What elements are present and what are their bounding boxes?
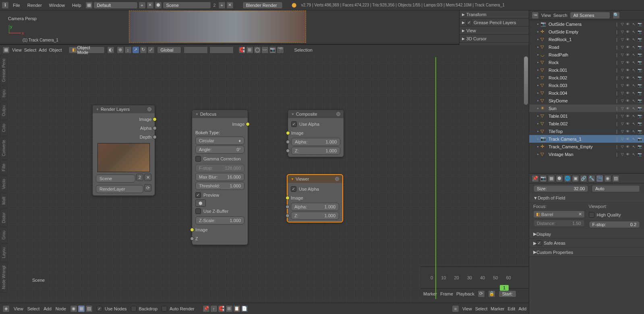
cursor-icon[interactable]: ↖: [631, 90, 636, 96]
hq-check[interactable]: High Quality: [589, 210, 640, 219]
eye-icon[interactable]: 👁: [625, 29, 630, 34]
outliner-item[interactable]: ▸📷Track Camera_1|▽👁↖📷: [529, 135, 644, 143]
outliner-search[interactable]: Search: [553, 13, 567, 18]
editor-type-3d-icon[interactable]: ▦: [2, 46, 10, 54]
render-icon[interactable]: 📷: [637, 106, 642, 111]
outliner-item[interactable]: ▸📷OutSide Camera|▽👁↖📷: [529, 20, 644, 28]
render-icon[interactable]: 📷: [637, 75, 642, 80]
cursor-icon[interactable]: ↖: [631, 29, 636, 34]
vert-tab[interactable]: Grou: [0, 227, 8, 243]
outliner-item[interactable]: ▸▽Rock.002|▽👁↖📷: [529, 74, 644, 81]
object-tab-icon[interactable]: ▣: [572, 175, 579, 182]
render-icon[interactable]: 📷: [637, 129, 642, 134]
cursor-icon[interactable]: ↖: [631, 75, 636, 80]
outliner-item[interactable]: ▸▽Table.002|▽👁↖📷: [529, 120, 644, 127]
nf-add[interactable]: Add: [43, 306, 52, 311]
layers-tab-icon[interactable]: ▦: [548, 175, 555, 182]
editor-type-node-icon[interactable]: ◈: [2, 305, 10, 312]
layer-field[interactable]: RenderLayer: [96, 185, 143, 193]
pivot-icon[interactable]: ⊕: [117, 46, 124, 54]
vh-add[interactable]: Add: [39, 48, 47, 52]
scene-icon[interactable]: ⬢: [155, 2, 162, 9]
add-scene-icon[interactable]: +: [218, 2, 226, 9]
orientation-dropdown[interactable]: Global: [157, 46, 181, 54]
preview-dot-icon[interactable]: [335, 177, 339, 181]
snap-type-icon[interactable]: ⊞: [226, 305, 233, 312]
material-tab-icon[interactable]: ◉: [604, 175, 611, 182]
eye-icon[interactable]: 👁: [625, 83, 630, 88]
tb-edit[interactable]: Edit: [507, 306, 515, 311]
modifiers-tab-icon[interactable]: 🔧: [588, 175, 595, 182]
node-defocus[interactable]: ▼Defocus Image Bokeh Type: Circular♦ Ang…: [192, 110, 248, 245]
render-icon[interactable]: 📷: [637, 29, 642, 34]
socket-in[interactable]: [286, 214, 290, 218]
preview-check[interactable]: Preview: [195, 191, 244, 200]
eye-icon[interactable]: 👁: [625, 113, 630, 119]
outliner-editor-icon[interactable]: ≔: [532, 12, 539, 19]
snap-icon[interactable]: 🧲: [218, 305, 225, 312]
dopesheet-icon[interactable]: ≡: [452, 305, 459, 312]
cursor-icon[interactable]: ↖: [631, 83, 636, 88]
layout-icon[interactable]: ▦: [85, 2, 93, 9]
delete-layout-icon[interactable]: ✕: [147, 2, 154, 9]
cursor-icon[interactable]: ↖: [631, 37, 636, 42]
node-editor[interactable]: Grease PencInpuOutpuColoConverteFilteVec…: [0, 55, 529, 303]
eye-icon[interactable]: 👁: [625, 121, 630, 126]
search-icon[interactable]: 🔍: [613, 12, 620, 19]
render-icon[interactable]: 📷: [637, 83, 642, 88]
scene-tab-icon[interactable]: ⬢: [556, 175, 563, 182]
z-field[interactable]: Z:1.000: [291, 147, 340, 155]
cursor-icon[interactable]: ↖: [631, 21, 636, 27]
eye-icon[interactable]: 👁: [625, 75, 630, 80]
outliner-item[interactable]: ▸▽Rock.003|▽👁↖📷: [529, 81, 644, 89]
cursor-icon[interactable]: ↖: [631, 60, 636, 65]
socket-in[interactable]: [286, 140, 290, 144]
movie-icon[interactable]: 🎬: [277, 46, 284, 54]
scene-dropdown[interactable]: Scene: [163, 2, 211, 9]
nf-select[interactable]: Select: [27, 306, 40, 311]
menu-help[interactable]: Help: [69, 1, 85, 9]
shader-tree-icon[interactable]: ◉: [70, 305, 77, 312]
eye-icon[interactable]: 👁: [625, 52, 630, 57]
outliner-item[interactable]: ▸☀Sun|▽👁↖📷: [529, 104, 644, 112]
vert-tab[interactable]: Inpu: [0, 86, 8, 101]
tl-frame[interactable]: Frame: [440, 291, 453, 296]
socket-out[interactable]: [153, 117, 157, 121]
view-panel-header[interactable]: ▶View: [460, 27, 529, 35]
preview-dot-icon[interactable]: [336, 112, 340, 116]
angle-field[interactable]: Angle:0°: [195, 146, 244, 154]
tb-marker[interactable]: Marker: [491, 306, 504, 311]
constraints-tab-icon[interactable]: 🔗: [580, 175, 587, 182]
vert-tab[interactable]: Filte: [0, 160, 8, 175]
gp-header[interactable]: ▶Grease Pencil Layers: [460, 19, 529, 27]
render-icon[interactable]: 📷: [637, 21, 642, 27]
socket-in[interactable]: [286, 196, 290, 200]
vh-object[interactable]: Object: [49, 48, 62, 52]
pivot-icons[interactable]: ⊕ ↕ ↗ ↻ ⤢: [117, 46, 155, 54]
render-tab-icon[interactable]: 📷: [540, 175, 547, 182]
vert-tab[interactable]: Node Wrangl: [0, 262, 8, 293]
node-header[interactable]: ▼Viewer: [288, 175, 342, 183]
tb-view[interactable]: View: [462, 306, 472, 311]
cursor-icon[interactable]: ↖: [631, 44, 636, 50]
zscale-field[interactable]: Z-Scale:1.000: [195, 216, 244, 225]
gamma-check[interactable]: Gamma Correction: [195, 154, 244, 163]
refresh-icon[interactable]: ⟳: [144, 184, 151, 191]
menu-file[interactable]: File: [10, 1, 23, 9]
playhead[interactable]: [435, 57, 436, 299]
outliner-item[interactable]: ▸▽Rock.004|▽👁↖📷: [529, 89, 644, 97]
eye-icon[interactable]: 👁: [625, 37, 630, 42]
editor-type-icon[interactable]: ℹ: [2, 2, 9, 9]
render-icon[interactable]: 📷: [269, 46, 276, 54]
eye-icon[interactable]: 👁: [625, 60, 630, 65]
lock-icon[interactable]: 🔒: [488, 290, 495, 297]
socket-in[interactable]: [190, 228, 194, 232]
safeareas-header[interactable]: ▶ Safe Areas: [529, 239, 644, 248]
outliner-item[interactable]: ▸▽TileTop|▽👁↖📷: [529, 127, 644, 135]
render-icon[interactable]: 📷: [637, 37, 642, 42]
node-render-layers[interactable]: ▼Render Layers Image Alpha Depth Scene 2…: [92, 105, 155, 196]
socket-in[interactable]: [286, 131, 290, 135]
composite-tree-icon[interactable]: ▦: [78, 305, 85, 312]
outliner-filter[interactable]: All Scenes: [570, 12, 610, 19]
pin-icon[interactable]: 📌: [532, 175, 539, 182]
